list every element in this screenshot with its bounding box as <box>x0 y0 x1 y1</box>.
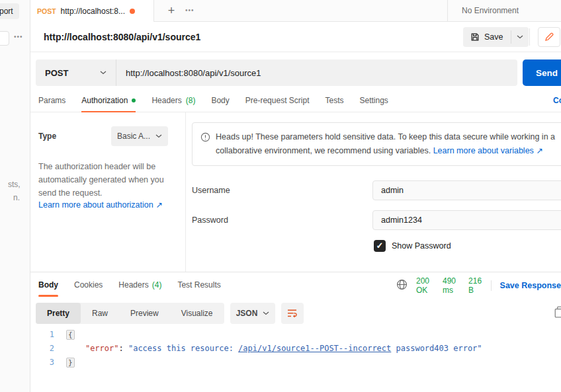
left-sidebar: mport ••• sts, n. <box>0 0 30 392</box>
wrap-lines-button[interactable] <box>281 303 304 324</box>
chevron-down-icon <box>100 71 107 75</box>
request-tabs: Params Authorization Headers (8) Body Pr… <box>30 89 561 112</box>
show-password-row: Show Password <box>374 240 451 252</box>
environment-selector[interactable]: No Environment <box>462 0 519 22</box>
send-button[interactable]: Send <box>523 59 561 86</box>
tab-settings[interactable]: Settings <box>360 89 388 112</box>
tab-label: Tests <box>325 89 343 112</box>
auth-type-selector[interactable]: Basic A... <box>111 126 168 146</box>
json-key: "error" <box>85 344 119 353</box>
tab-label: Params <box>38 89 65 112</box>
request-title: http://localhost:8080/api/v1/source1 <box>44 32 200 42</box>
response-size: 216 B <box>468 276 482 295</box>
configured-dot-icon <box>132 98 136 102</box>
format-value: JSON <box>236 309 258 318</box>
tab-label: Cookies <box>74 272 103 298</box>
save-button-group: Save <box>463 27 529 47</box>
learn-more-authorization-link[interactable]: Learn more about authorization ↗ <box>38 200 163 210</box>
pencil-icon <box>544 32 554 42</box>
username-field[interactable] <box>372 180 561 200</box>
info-circle-icon <box>200 132 210 158</box>
new-tab-button[interactable]: + <box>163 2 180 19</box>
chevron-down-icon <box>517 35 523 39</box>
url-input[interactable] <box>116 59 517 86</box>
authorization-panel: Type Basic A... The authorization header… <box>30 112 561 272</box>
save-icon <box>470 32 480 42</box>
divider <box>447 0 448 22</box>
show-password-label: Show Password <box>392 241 451 251</box>
password-label: Password <box>192 216 228 225</box>
sidebar-search-input[interactable] <box>0 31 9 46</box>
tab-pre-request-script[interactable]: Pre-request Script <box>245 89 310 112</box>
network-globe-icon[interactable] <box>396 279 408 292</box>
tab-params[interactable]: Params <box>38 89 65 112</box>
cookies-link[interactable]: Cookies <box>553 89 561 112</box>
tab-label: Headers <box>151 89 181 112</box>
request-builder: POST Send <box>30 52 561 89</box>
tab-authorization[interactable]: Authorization <box>81 89 136 112</box>
show-password-checkbox[interactable] <box>374 240 386 252</box>
response-tabs-row: Body Cookies Headers (4) Test Results 20… <box>30 272 561 298</box>
tab-label: Pre-request Script <box>245 89 310 112</box>
response-tab-body[interactable]: Body <box>38 272 58 298</box>
save-options-button[interactable] <box>511 27 529 47</box>
auth-type-label: Type <box>38 132 56 141</box>
json-value: password403 error" <box>391 344 482 353</box>
view-preview-button[interactable]: Preview <box>119 303 170 324</box>
tab-body[interactable]: Body <box>211 89 229 112</box>
tab-options-icon[interactable]: ••• <box>185 7 194 14</box>
tab-title: http://localhost:8... <box>61 7 125 16</box>
request-tab[interactable]: POST http://localhost:8... <box>30 0 154 22</box>
username-label: Username <box>192 186 230 195</box>
view-visualize-button[interactable]: Visualize <box>170 303 224 324</box>
view-raw-button[interactable]: Raw <box>81 303 119 324</box>
save-response-button[interactable]: Save Response <box>500 281 561 290</box>
method-selector[interactable]: POST <box>36 59 116 86</box>
save-button-label: Save <box>484 32 503 42</box>
response-toolbar: Pretty Raw Preview Visualize JSON <box>30 303 561 324</box>
code-content: { <box>66 328 75 342</box>
headers-count-badge: (8) <box>186 89 196 112</box>
code-line: 1 { <box>30 328 561 342</box>
tab-headers[interactable]: Headers (8) <box>151 89 195 112</box>
response-tab-cookies[interactable]: Cookies <box>74 272 103 298</box>
active-tab-underline <box>38 295 58 297</box>
code-content: } <box>66 356 75 370</box>
fold-marker[interactable]: { <box>66 330 75 340</box>
indent <box>66 344 85 353</box>
tab-label: Test Results <box>177 272 220 298</box>
headers-count-badge: (4) <box>152 272 162 298</box>
json-value: "access this resource: <box>128 344 238 353</box>
tab-label: Settings <box>360 89 388 112</box>
response-tab-test-results[interactable]: Test Results <box>177 272 220 298</box>
tab-tests[interactable]: Tests <box>325 89 343 112</box>
fold-marker[interactable]: } <box>66 358 75 368</box>
line-number: 3 <box>30 356 60 370</box>
auth-fields-panel: Heads up! These parameters hold sensitiv… <box>186 112 561 272</box>
status-badge: 200 OK <box>416 276 434 295</box>
learn-more-variables-link[interactable]: Learn more about variables ↗ <box>433 146 543 155</box>
json-value-link[interactable]: /api/v1/source1--POST--incorrect <box>238 344 391 353</box>
save-button[interactable]: Save <box>463 27 511 47</box>
response-body-viewer: 1 { 2 "error": "access this resource: /a… <box>30 328 561 370</box>
view-pretty-button[interactable]: Pretty <box>36 303 81 324</box>
divider <box>491 280 492 291</box>
divider <box>529 28 530 46</box>
sidebar-more-icon[interactable]: ••• <box>14 33 23 40</box>
unsaved-changes-dot-icon <box>130 9 135 14</box>
copy-response-button[interactable] <box>554 306 561 319</box>
sidebar-text-fragment: n. <box>13 193 20 202</box>
import-button[interactable]: mport <box>0 3 19 19</box>
response-tab-headers[interactable]: Headers (4) <box>118 272 161 298</box>
chevron-down-icon <box>155 134 162 138</box>
edit-request-button[interactable] <box>538 27 560 47</box>
password-field[interactable] <box>372 210 561 230</box>
warning-text: Heads up! These parameters hold sensitiv… <box>216 130 561 158</box>
response-view-switcher: Pretty Raw Preview Visualize <box>36 303 224 324</box>
tab-label: Body <box>211 89 229 112</box>
format-selector[interactable]: JSON <box>230 303 275 324</box>
sensitive-data-warning: Heads up! These parameters hold sensitiv… <box>192 122 561 166</box>
response-panel: Body Cookies Headers (4) Test Results 20… <box>30 272 561 392</box>
line-number: 2 <box>30 342 60 356</box>
method-url-container: POST <box>36 59 517 86</box>
